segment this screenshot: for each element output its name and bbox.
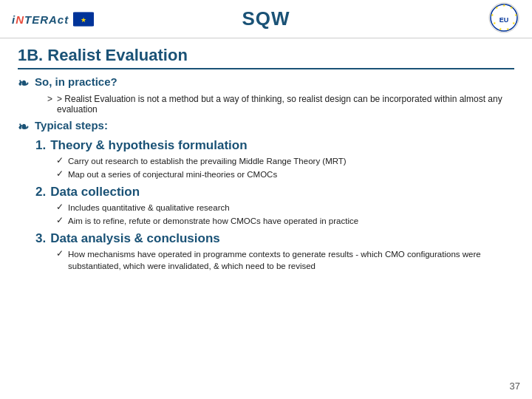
bullet-typical: ❧ Typical steps: xyxy=(18,119,514,135)
step-2-number: 2. xyxy=(35,185,46,199)
step-1-check-1-text: Carry out research to establish the prev… xyxy=(68,155,347,167)
step-3-check-1-text: How mechanisms have operated in programm… xyxy=(68,248,514,272)
slide: iNTERAct ★ SQW ★ ★ ★ ★ ★ ★ ★ xyxy=(0,0,532,399)
svg-text:★: ★ xyxy=(502,3,506,7)
step-2-check-2-text: Aim is to refine, refute or demonstrate … xyxy=(68,215,358,227)
svg-text:★: ★ xyxy=(493,21,497,25)
practice-sub-text: > Realist Evaluation is not a method but… xyxy=(57,94,514,115)
check-icon-3a: ✓ xyxy=(56,248,64,259)
bullet-practice-text: So, in practice? xyxy=(35,75,117,88)
content: 1B. Realist Evaluation ❧ So, in practice… xyxy=(0,38,532,284)
section-practice: ❧ So, in practice? > > Realist Evaluatio… xyxy=(18,75,514,115)
step-3: 3.Data analysis & conclusions ✓ How mech… xyxy=(35,231,514,272)
eu-flag: ★ xyxy=(73,12,94,26)
header-title: SQW xyxy=(242,7,290,30)
eu-emblem: ★ ★ ★ ★ ★ ★ ★ ★ ★ EU xyxy=(488,1,520,37)
bullet-icon-typical: ❧ xyxy=(18,119,29,135)
bullet-typical-text: Typical steps: xyxy=(35,119,108,132)
interact-logo: iNTERAct xyxy=(12,13,69,25)
step-2-heading: 2.Data collection xyxy=(35,185,514,200)
arrow-icon: > xyxy=(47,94,52,104)
svg-text:★: ★ xyxy=(81,16,86,23)
bullet-practice: ❧ So, in practice? xyxy=(18,75,514,92)
step-2: 2.Data collection ✓ Includes quantitativ… xyxy=(35,185,514,227)
check-icon-2a: ✓ xyxy=(56,202,64,212)
check-icon-1a: ✓ xyxy=(56,155,64,166)
logo-left: iNTERAct ★ xyxy=(12,12,94,26)
step-3-check-1: ✓ How mechanisms have operated in progra… xyxy=(56,248,514,272)
step-2-check-1-text: Includes quantitative & qualitative rese… xyxy=(68,202,230,214)
section-steps: ❧ Typical steps: 1.Theory & hypothesis f… xyxy=(18,119,514,273)
step-2-title: Data collection xyxy=(50,185,140,199)
step-1-number: 1. xyxy=(35,138,46,152)
svg-text:★: ★ xyxy=(491,13,494,17)
check-icon-2b: ✓ xyxy=(56,215,64,225)
step-1-title: Theory & hypothesis formulation xyxy=(50,138,247,152)
bullet-icon-practice: ❧ xyxy=(18,75,29,92)
step-2-check-2: ✓ Aim is to refine, refute or demonstrat… xyxy=(56,215,514,227)
numbered-steps: 1.Theory & hypothesis formulation ✓ Carr… xyxy=(35,138,514,273)
step-1-check-1: ✓ Carry out research to establish the pr… xyxy=(56,155,514,167)
header: iNTERAct ★ SQW ★ ★ ★ ★ ★ ★ ★ xyxy=(0,0,532,38)
step-1: 1.Theory & hypothesis formulation ✓ Carr… xyxy=(35,138,514,180)
page-title: 1B. Realist Evaluation xyxy=(18,46,514,69)
step-3-number: 3. xyxy=(35,231,46,245)
page-number: 37 xyxy=(510,381,520,392)
step-1-heading: 1.Theory & hypothesis formulation xyxy=(35,138,514,153)
practice-sub: > > Realist Evaluation is not a method b… xyxy=(47,94,514,115)
step-2-check-1: ✓ Includes quantitative & qualitative re… xyxy=(56,202,514,214)
step-1-check-2: ✓ Map out a series of conjectural mini-t… xyxy=(56,168,514,180)
check-icon-1b: ✓ xyxy=(56,168,64,179)
step-3-heading: 3.Data analysis & conclusions xyxy=(35,231,514,246)
step-1-check-2-text: Map out a series of conjectural mini-the… xyxy=(68,168,277,180)
step-3-title: Data analysis & conclusions xyxy=(50,231,220,245)
svg-text:EU: EU xyxy=(499,16,509,24)
